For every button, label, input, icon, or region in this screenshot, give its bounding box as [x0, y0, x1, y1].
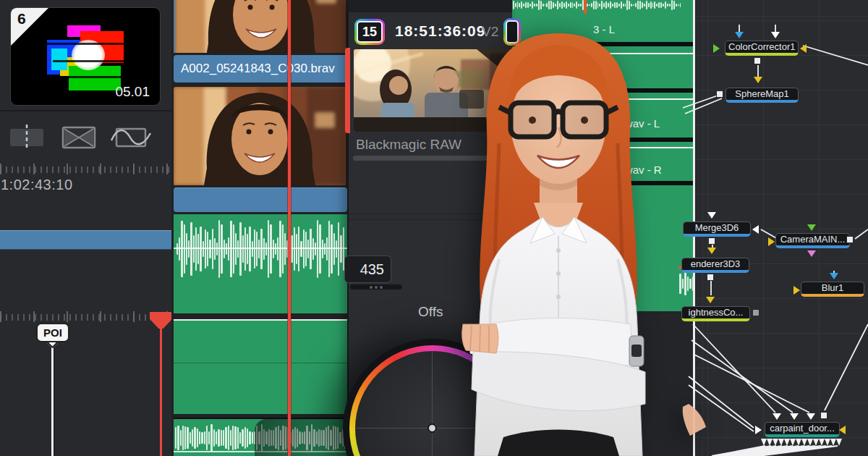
value-text: 435: [360, 261, 384, 278]
node-input-port[interactable]: [793, 286, 800, 295]
node-input-port[interactable]: [790, 413, 799, 420]
clip-number-badge[interactable]: 15: [354, 19, 385, 45]
node-output-port[interactable]: [754, 57, 761, 64]
value-field[interactable]: 435: [344, 256, 391, 283]
node-input-port[interactable]: [807, 250, 816, 257]
node-output-port[interactable]: [752, 309, 760, 316]
node-input-port[interactable]: [768, 237, 775, 246]
node-input-port[interactable]: [735, 32, 744, 38]
node-carpaint-door[interactable]: carpaint_door...: [765, 422, 840, 437]
selected-clip-edge: [345, 48, 350, 133]
node-input-port[interactable]: [771, 32, 780, 38]
node-spheremap1[interactable]: SphereMap1: [726, 88, 799, 103]
node-output-port[interactable]: [846, 236, 854, 243]
davinci-resolve-collage: 6 05.01: [0, 0, 868, 456]
node-input-fan[interactable]: [761, 439, 843, 446]
clip-number: 15: [362, 25, 377, 40]
node-blur1[interactable]: Blur1: [801, 282, 864, 297]
presenter-photo: [391, 13, 723, 456]
node-input-port[interactable]: [773, 413, 781, 420]
node-input-port[interactable]: [755, 426, 762, 434]
node-colorcorrector1[interactable]: ColorCorrector1: [725, 41, 799, 56]
node-cameramain[interactable]: CameraMAIN...: [775, 233, 850, 248]
node-input-port[interactable]: [800, 44, 807, 53]
viewer-top-strip: [349, 0, 512, 12]
node-input-port[interactable]: [839, 426, 846, 434]
wire-arrowhead: [752, 225, 759, 234]
node-input-port[interactable]: [830, 273, 838, 279]
node-input-port[interactable]: [807, 224, 816, 231]
node-input-port[interactable]: [754, 77, 762, 83]
node-output-port[interactable]: [820, 412, 827, 419]
node-input-port[interactable]: [807, 413, 815, 420]
